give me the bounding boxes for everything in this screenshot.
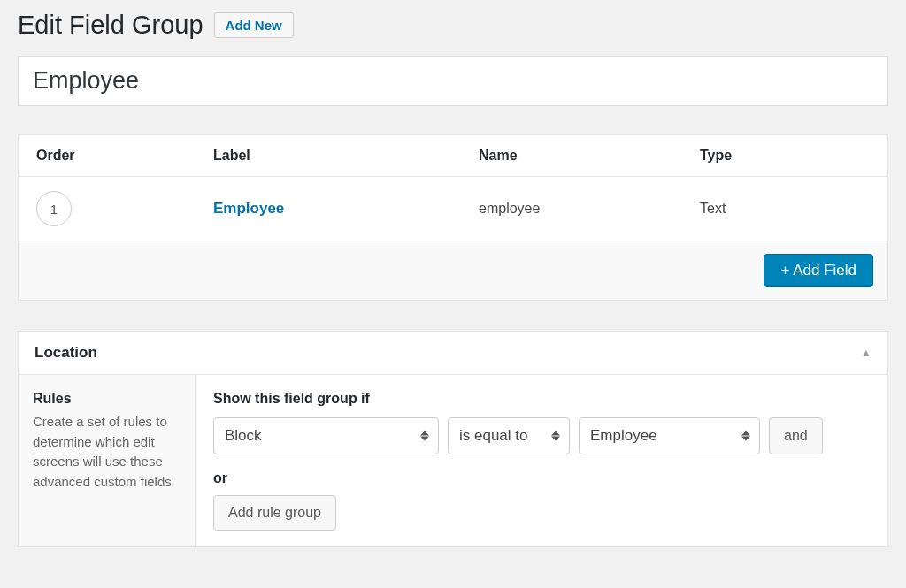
rule-param-select[interactable]: Block xyxy=(213,417,439,454)
fields-panel: Order Label Name Type 1 Employee employe… xyxy=(18,134,888,301)
and-button[interactable]: and xyxy=(769,417,823,454)
rules-content: Show this field group if Block is equal … xyxy=(196,375,887,546)
location-panel: Location ▲ Rules Create a set of rules t… xyxy=(18,331,888,547)
column-header-label: Label xyxy=(213,148,479,164)
rule-operator-select[interactable]: is equal to xyxy=(448,417,570,454)
fields-footer: + Add Field xyxy=(19,241,887,300)
add-rule-group-button[interactable]: Add rule group xyxy=(213,495,336,531)
field-type-cell: Text xyxy=(700,201,870,217)
field-name-cell: employee xyxy=(479,201,700,217)
page-title: Edit Field Group xyxy=(18,11,203,40)
fields-table-header: Order Label Name Type xyxy=(19,135,887,177)
show-if-label: Show this field group if xyxy=(213,391,870,407)
rule-row: Block is equal to Employee and xyxy=(213,417,870,454)
rule-param-value: Block xyxy=(225,427,262,445)
rule-operator-value: is equal to xyxy=(459,427,528,445)
column-header-order: Order xyxy=(36,148,213,164)
rule-value-select[interactable]: Employee xyxy=(579,417,760,454)
location-panel-header[interactable]: Location ▲ xyxy=(19,332,887,375)
rules-sidebar: Rules Create a set of rules to determine… xyxy=(19,375,196,546)
add-field-button[interactable]: + Add Field xyxy=(764,254,873,287)
chevron-updown-icon xyxy=(741,431,750,441)
column-header-name: Name xyxy=(479,148,700,164)
group-title-input[interactable] xyxy=(33,67,873,95)
chevron-updown-icon xyxy=(551,431,560,441)
collapse-icon[interactable]: ▲ xyxy=(861,347,871,359)
field-label-link[interactable]: Employee xyxy=(213,200,284,217)
table-row[interactable]: 1 Employee employee Text xyxy=(19,177,887,241)
rules-description: Create a set of rules to determine which… xyxy=(33,412,180,492)
group-title-box xyxy=(18,56,888,106)
add-new-button[interactable]: Add New xyxy=(214,12,294,38)
or-label: or xyxy=(213,470,870,486)
chevron-updown-icon xyxy=(420,431,429,441)
column-header-type: Type xyxy=(700,148,870,164)
location-panel-title: Location xyxy=(35,344,97,362)
rule-value-text: Employee xyxy=(590,427,657,445)
order-handle[interactable]: 1 xyxy=(36,191,72,226)
rules-heading: Rules xyxy=(33,391,180,407)
